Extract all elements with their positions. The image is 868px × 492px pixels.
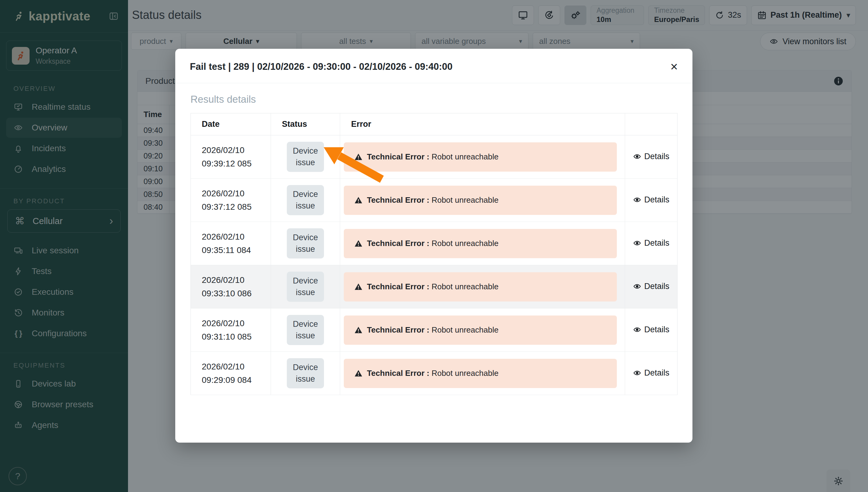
details-button[interactable]: Details (633, 195, 670, 204)
warning-icon (354, 196, 363, 204)
warning-icon (354, 153, 363, 161)
status-chip: Device issue (287, 142, 324, 172)
status-chip: Device issue (287, 315, 324, 345)
result-time: 09:29:09 084 (202, 373, 271, 387)
result-date: 2026/02/10 (202, 273, 271, 287)
eye-icon (633, 196, 641, 204)
result-row: 2026/02/10 09:33:10 086 Device issue Tec… (191, 265, 678, 309)
details-button[interactable]: Details (633, 282, 670, 291)
result-time: 09:33:10 086 (202, 287, 271, 300)
warning-icon (354, 326, 363, 335)
result-time: 09:35:11 084 (202, 244, 271, 257)
status-chip: Device issue (287, 228, 324, 259)
details-button[interactable]: Details (633, 325, 670, 335)
result-date: 2026/02/10 (202, 317, 271, 330)
error-badge: Technical Error : Robot unreachable (344, 316, 617, 345)
details-button[interactable]: Details (633, 238, 670, 248)
results-table-header-row: Date Status Error (191, 114, 678, 136)
result-row: 2026/02/10 09:39:12 085 Device issue Tec… (191, 136, 678, 179)
result-date: 2026/02/10 (202, 230, 271, 243)
details-button[interactable]: Details (633, 152, 670, 161)
modal-header: Fail test | 289 | 02/10/2026 - 09:30:00 … (175, 49, 692, 83)
column-header-actions (625, 114, 678, 136)
results-details-heading: Results details (190, 94, 677, 105)
error-badge: Technical Error : Robot unreachable (344, 229, 617, 258)
close-icon[interactable]: × (670, 60, 678, 73)
eye-icon (633, 239, 641, 247)
error-badge: Technical Error : Robot unreachable (344, 272, 617, 301)
result-time: 09:37:12 085 (202, 200, 271, 213)
result-row: 2026/02/10 09:31:10 085 Device issue Tec… (191, 309, 678, 352)
result-time: 09:31:10 085 (202, 330, 271, 343)
eye-icon (633, 325, 641, 334)
details-label: Details (644, 152, 670, 161)
details-label: Details (644, 282, 670, 291)
details-label: Details (644, 325, 670, 335)
result-date: 2026/02/10 (202, 187, 271, 200)
modal-title: Fail test | 289 | 02/10/2026 - 09:30:00 … (190, 61, 453, 72)
error-badge: Technical Error : Robot unreachable (344, 142, 617, 172)
warning-icon (354, 369, 363, 378)
modal-body: Results details Date Status Error 2026/0… (175, 83, 692, 395)
status-chip: Device issue (287, 272, 324, 302)
result-date: 2026/02/10 (202, 360, 271, 373)
details-button[interactable]: Details (633, 368, 670, 378)
fail-test-modal: Fail test | 289 | 02/10/2026 - 09:30:00 … (175, 49, 692, 443)
result-row: 2026/02/10 09:37:12 085 Device issue Tec… (191, 179, 678, 222)
column-header-status: Status (271, 114, 340, 136)
result-time: 09:39:12 085 (202, 157, 271, 170)
result-date: 2026/02/10 (202, 144, 271, 157)
column-header-error: Error (340, 114, 625, 136)
status-chip: Device issue (287, 358, 324, 389)
warning-icon (354, 239, 363, 248)
warning-icon (354, 282, 363, 291)
details-label: Details (644, 238, 670, 248)
eye-icon (633, 282, 641, 291)
details-label: Details (644, 368, 670, 378)
results-table: Date Status Error 2026/02/10 09:39:12 08… (190, 113, 678, 395)
eye-icon (633, 152, 641, 161)
column-header-date: Date (191, 114, 271, 136)
details-label: Details (644, 195, 670, 204)
eye-icon (633, 369, 641, 377)
result-row: 2026/02/10 09:35:11 084 Device issue Tec… (191, 222, 678, 265)
result-row: 2026/02/10 09:29:09 084 Device issue Tec… (191, 352, 678, 395)
status-chip: Device issue (287, 185, 324, 216)
error-badge: Technical Error : Robot unreachable (344, 186, 617, 215)
error-badge: Technical Error : Robot unreachable (344, 359, 617, 388)
